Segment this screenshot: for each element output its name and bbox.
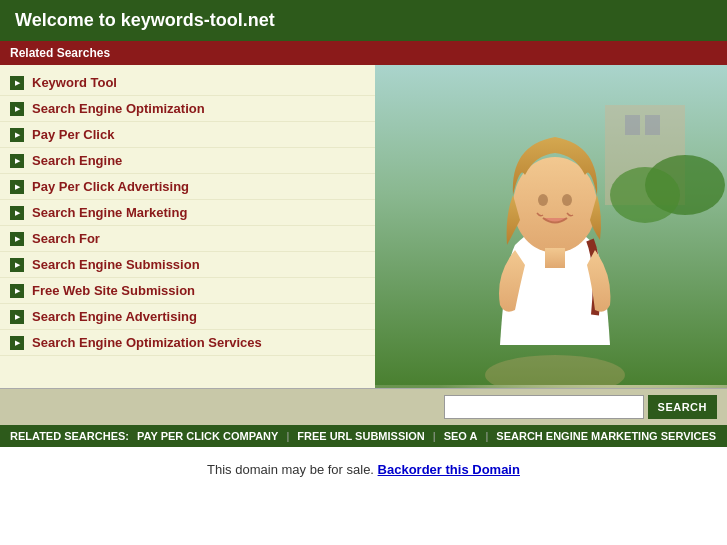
list-item[interactable]: Pay Per Click bbox=[0, 122, 375, 148]
list-item-link-4[interactable]: Search Engine bbox=[32, 153, 122, 168]
svg-point-10 bbox=[562, 194, 572, 206]
list-item-link-1[interactable]: Keyword Tool bbox=[32, 75, 117, 90]
list-bullet-icon bbox=[10, 154, 24, 168]
list-bullet-icon bbox=[10, 336, 24, 350]
list-bullet-icon bbox=[10, 310, 24, 324]
sale-notice: This domain may be for sale. Backorder t… bbox=[0, 447, 727, 492]
list-item-link-9[interactable]: Free Web Site Submission bbox=[32, 283, 195, 298]
related-searches-header-bar: Related Searches bbox=[0, 41, 727, 65]
list-item-link-6[interactable]: Search Engine Marketing bbox=[32, 205, 187, 220]
svg-rect-3 bbox=[625, 115, 640, 135]
search-button[interactable]: SEARCH bbox=[648, 395, 717, 419]
related-footer-label: RELATED SEARCHES: bbox=[10, 430, 129, 442]
hero-svg bbox=[375, 65, 727, 385]
list-item[interactable]: Search Engine Optimization bbox=[0, 96, 375, 122]
page-header: Welcome to keywords-tool.net bbox=[0, 0, 727, 41]
list-bullet-icon bbox=[10, 102, 24, 116]
list-item-link-10[interactable]: Search Engine Advertising bbox=[32, 309, 197, 324]
list-item[interactable]: Search Engine Submission bbox=[0, 252, 375, 278]
list-bullet-icon bbox=[10, 180, 24, 194]
list-item[interactable]: Free Web Site Submission bbox=[0, 278, 375, 304]
related-footer: RELATED SEARCHES: PAY PER CLICK COMPANY … bbox=[0, 425, 727, 447]
separator-1: | bbox=[286, 430, 289, 442]
list-item[interactable]: Pay Per Click Advertising bbox=[0, 174, 375, 200]
left-list: Keyword ToolSearch Engine OptimizationPa… bbox=[0, 65, 375, 388]
list-item-link-8[interactable]: Search Engine Submission bbox=[32, 257, 200, 272]
separator-3: | bbox=[485, 430, 488, 442]
header-title: Welcome to keywords-tool.net bbox=[15, 10, 275, 30]
svg-rect-11 bbox=[545, 248, 565, 268]
search-input[interactable] bbox=[444, 395, 644, 419]
list-item-link-5[interactable]: Pay Per Click Advertising bbox=[32, 179, 189, 194]
list-item-link-3[interactable]: Pay Per Click bbox=[32, 127, 114, 142]
list-bullet-icon bbox=[10, 258, 24, 272]
backorder-link[interactable]: Backorder this Domain bbox=[378, 462, 520, 477]
list-item[interactable]: Search Engine bbox=[0, 148, 375, 174]
list-bullet-icon bbox=[10, 284, 24, 298]
separator-2: | bbox=[433, 430, 436, 442]
list-bullet-icon bbox=[10, 232, 24, 246]
sale-text: This domain may be for sale. bbox=[207, 462, 374, 477]
related-footer-link-3[interactable]: SEO A bbox=[444, 430, 478, 442]
related-searches-label: Related Searches bbox=[10, 46, 110, 60]
related-footer-link-2[interactable]: FREE URL SUBMISSION bbox=[297, 430, 425, 442]
related-footer-link-4[interactable]: SEARCH ENGINE MARKETING SERVICES bbox=[496, 430, 716, 442]
list-item[interactable]: Search Engine Optimization Services bbox=[0, 330, 375, 356]
list-item-link-2[interactable]: Search Engine Optimization bbox=[32, 101, 205, 116]
search-bar-row: SEARCH bbox=[0, 388, 727, 425]
svg-point-6 bbox=[610, 167, 680, 223]
svg-rect-4 bbox=[645, 115, 660, 135]
list-item-link-7[interactable]: Search For bbox=[32, 231, 100, 246]
related-footer-link-1[interactable]: PAY PER CLICK COMPANY bbox=[137, 430, 278, 442]
list-item[interactable]: Keyword Tool bbox=[0, 70, 375, 96]
svg-point-9 bbox=[538, 194, 548, 206]
list-item[interactable]: Search Engine Marketing bbox=[0, 200, 375, 226]
list-bullet-icon bbox=[10, 128, 24, 142]
list-item[interactable]: Search Engine Advertising bbox=[0, 304, 375, 330]
hero-photo bbox=[375, 65, 727, 388]
list-bullet-icon bbox=[10, 76, 24, 90]
main-content: Keyword ToolSearch Engine OptimizationPa… bbox=[0, 65, 727, 388]
hero-image-area bbox=[375, 65, 727, 388]
list-item[interactable]: Search For bbox=[0, 226, 375, 252]
list-item-link-11[interactable]: Search Engine Optimization Services bbox=[32, 335, 262, 350]
list-bullet-icon bbox=[10, 206, 24, 220]
